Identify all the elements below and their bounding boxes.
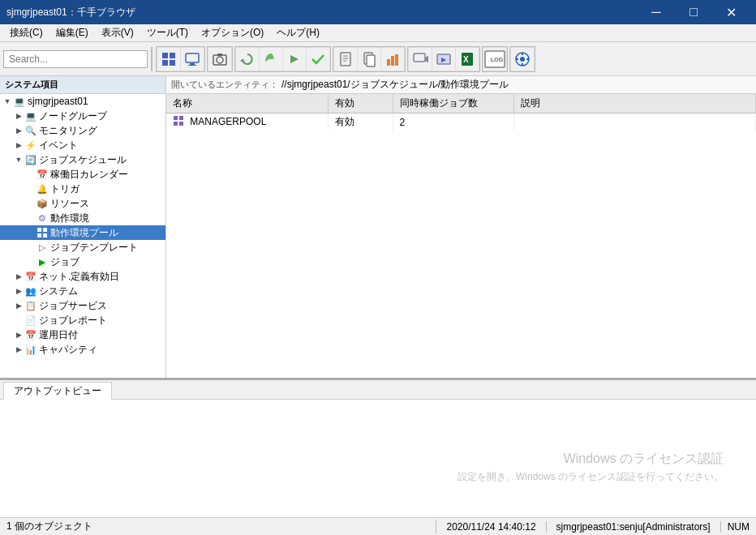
expand-icon-root[interactable]: ▼ <box>2 96 13 107</box>
sidebar-item-netdef[interactable]: ▶ 📅 ネット.定義有効日 <box>0 269 165 284</box>
sidebar-item-calendar[interactable]: 📅 稼働日カレンダー <box>0 167 165 182</box>
cell-name: MANAGERPOOL <box>166 113 328 131</box>
sidebar-item-root[interactable]: ▼ 💻 sjmgrjpeast01 <box>0 94 165 109</box>
expand-icon-event[interactable]: ▶ <box>13 139 24 151</box>
status-bar: 1 個のオブジェクト 2020/11/24 14:40:12 sjmgrjpea… <box>0 517 756 535</box>
toolbar-icon-bar-chart[interactable] <box>381 48 404 71</box>
window-controls: ─ □ ✕ <box>638 0 750 24</box>
icon-nodegroup: 💻 <box>24 109 37 122</box>
label-event: イベント <box>39 139 78 152</box>
label-envpool: 動作環境プール <box>50 226 118 240</box>
svg-rect-37 <box>37 233 41 238</box>
sidebar-item-system[interactable]: ▶ 👥 システム <box>0 284 165 298</box>
icon-netdef: 📅 <box>24 270 37 283</box>
icon-jobschedule: 🔄 <box>24 153 37 166</box>
expand-icon-envpool <box>24 227 36 238</box>
watermark: Windows のライセンス認証 設定を開き、Windows のライセンス認証を… <box>457 448 724 485</box>
expand-icon-env <box>24 212 36 224</box>
svg-point-8 <box>217 57 223 63</box>
toolbar-icon-arrow-right[interactable] <box>283 48 306 71</box>
sidebar-item-resource[interactable]: 📦 リソース <box>0 196 165 211</box>
close-button[interactable]: ✕ <box>712 0 750 24</box>
sidebar-item-job[interactable]: ▶ ジョブ <box>0 255 165 269</box>
cell-name-value: MANAGERPOOL <box>190 116 266 127</box>
sidebar-item-capacity[interactable]: ▶ 📊 キャパシティ <box>0 342 165 357</box>
right-panel: 開いているエンティティ： //sjmgrjpeast01/ジョブスケジュール/動… <box>166 76 756 378</box>
watermark-line1: Windows のライセンス認証 <box>457 448 724 469</box>
label-capacity: キャパシティ <box>39 343 97 357</box>
icon-server: 💻 <box>13 95 26 108</box>
search-input[interactable] <box>3 50 148 68</box>
toolbar-icon-screen1[interactable] <box>409 48 432 71</box>
toolbar-group-5: X <box>407 46 480 72</box>
expand-icon-monitoring[interactable]: ▶ <box>13 125 24 136</box>
icon-resource: 📦 <box>36 197 49 210</box>
menu-connect[interactable]: 接続(C) <box>3 25 49 41</box>
status-num: NUM <box>721 521 756 533</box>
toolbar-icon-camera[interactable] <box>208 48 231 71</box>
toolbar-icon-doc2[interactable] <box>358 48 380 71</box>
menu-help[interactable]: ヘルプ(H) <box>270 25 326 41</box>
table-row[interactable]: MANAGERPOOL 有効 2 <box>166 113 756 131</box>
toolbar-icon-check[interactable] <box>307 48 329 71</box>
sidebar-item-event[interactable]: ▶ ⚡ イベント <box>0 138 165 152</box>
sidebar-item-jobreport[interactable]: 📄 ジョブレポート <box>0 313 165 327</box>
tree-container: ▼ 💻 sjmgrjpeast01 ▶ 💻 ノードグループ ▶ 🔍 モニタリング <box>0 94 165 357</box>
sidebar-item-jobservice[interactable]: ▶ 📋 ジョブサービス <box>0 298 165 313</box>
expand-icon-trigger <box>24 183 36 195</box>
expand-icon-capacity[interactable]: ▶ <box>13 344 24 355</box>
label-jobreport: ジョブレポート <box>39 314 107 327</box>
menu-edit[interactable]: 編集(E) <box>49 25 95 41</box>
svg-point-30 <box>520 57 525 62</box>
minimize-button[interactable]: ─ <box>638 0 675 24</box>
sidebar-item-operation[interactable]: ▶ 📅 運用日付 <box>0 327 165 342</box>
menu-options[interactable]: オプション(O) <box>195 25 270 41</box>
tab-output-view[interactable]: アウトプットビュー <box>3 382 112 400</box>
expand-icon-nodegroup[interactable]: ▶ <box>13 110 24 122</box>
col-header-enabled: 有効 <box>328 94 393 113</box>
status-objects: 1 個のオブジェクト <box>0 520 436 533</box>
expand-icon-netdef[interactable]: ▶ <box>13 271 24 282</box>
toolbar-icon-grid[interactable] <box>157 48 180 71</box>
maximize-button[interactable]: □ <box>675 0 712 24</box>
col-header-name: 名称 <box>166 94 328 113</box>
toolbar-icon-screen2[interactable] <box>432 48 455 71</box>
svg-text:X: X <box>463 55 469 64</box>
row-icon <box>173 115 184 129</box>
expand-icon-operation[interactable]: ▶ <box>13 329 24 340</box>
svg-rect-3 <box>170 60 175 66</box>
toolbar-icon-refresh[interactable] <box>236 48 259 71</box>
output-tabs: アウトプットビュー <box>0 380 756 400</box>
toolbar-icon-excel[interactable]: X <box>456 48 479 71</box>
table-container: 名称 有効 同時稼働ジョブ数 説明 MANAGERP <box>166 94 756 378</box>
expand-icon-system[interactable]: ▶ <box>13 285 24 297</box>
toolbar-icon-leaf[interactable] <box>260 48 282 71</box>
label-calendar: 稼働日カレンダー <box>50 168 128 182</box>
status-datetime: 2020/11/24 14:40:12 <box>436 521 546 533</box>
sidebar-item-monitoring[interactable]: ▶ 🔍 モニタリング <box>0 123 165 138</box>
expand-icon-jobservice[interactable]: ▶ <box>13 300 24 311</box>
sidebar-item-nodegroup[interactable]: ▶ 💻 ノードグループ <box>0 109 165 123</box>
toolbar-icon-log[interactable]: LOG <box>483 48 506 71</box>
sidebar-item-jobschedule[interactable]: ▼ 🔄 ジョブスケジュール <box>0 152 165 167</box>
icon-operation: 📅 <box>24 328 37 341</box>
entity-path-label: 開いているエンティティ： <box>171 79 278 91</box>
svg-text:LOG: LOG <box>491 57 504 62</box>
toolbar-icon-doc1[interactable] <box>334 48 357 71</box>
menu-view[interactable]: 表示(V) <box>95 25 140 41</box>
sidebar-item-jobtemplate[interactable]: ▷ ジョブテンプレート <box>0 240 165 255</box>
sidebar-item-env[interactable]: ⚙ 動作環境 <box>0 211 165 225</box>
sidebar-item-trigger[interactable]: 🔔 トリガ <box>0 182 165 196</box>
sidebar-item-envpool[interactable]: 動作環境プール <box>0 225 165 240</box>
svg-rect-39 <box>174 116 178 120</box>
toolbar-icon-monitor[interactable] <box>181 48 204 71</box>
toolbar-icon-settings[interactable] <box>511 48 534 71</box>
expand-icon-jobtemplate <box>24 242 36 253</box>
expand-icon-jobschedule[interactable]: ▼ <box>13 154 24 165</box>
svg-rect-38 <box>43 233 47 238</box>
menu-tools[interactable]: ツール(T) <box>140 25 195 41</box>
icon-envpool <box>36 226 49 239</box>
cell-desc <box>513 113 755 131</box>
window-title: sjmgrjpeast01：千手ブラウザ <box>6 6 135 19</box>
svg-rect-2 <box>162 60 168 66</box>
